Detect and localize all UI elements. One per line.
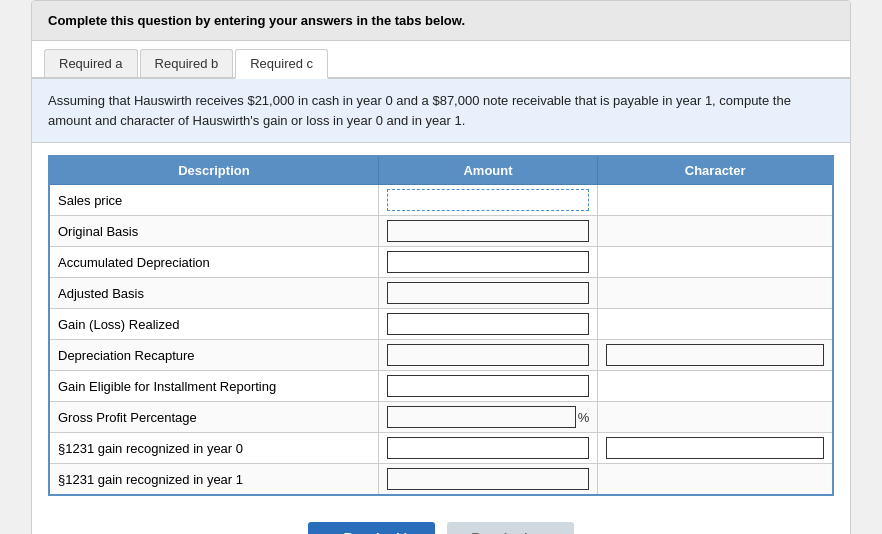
amount-input-6[interactable] [387,375,590,397]
table-row: Accumulated Depreciation [49,247,833,278]
row-amount [378,185,598,216]
amount-input-0[interactable] [387,189,590,211]
row-description: Sales price [49,185,378,216]
header-character: Character [598,156,833,185]
next-button-label: Required c > [471,530,549,534]
header-amount: Amount [378,156,598,185]
row-amount [378,340,598,371]
row-char [598,402,833,433]
table-row: Sales price [49,185,833,216]
data-table: Description Amount Character Sales price… [48,155,834,496]
table-row: Original Basis [49,216,833,247]
table-row: Gross Profit Percentage % [49,402,833,433]
char-input-8[interactable] [606,437,824,459]
table-row: Gain Eligible for Installment Reporting [49,371,833,402]
prev-button[interactable]: < Required b [308,522,435,534]
row-description: Accumulated Depreciation [49,247,378,278]
char-input-5[interactable] [606,344,824,366]
row-char [598,464,833,496]
row-amount [378,464,598,496]
row-amount: % [378,402,598,433]
amount-input-1[interactable] [387,220,590,242]
instruction-text: Complete this question by entering your … [48,13,465,28]
tabs-bar: Required a Required b Required c [32,41,850,79]
row-description: Gain Eligible for Installment Reporting [49,371,378,402]
row-amount [378,371,598,402]
prev-button-label: < Required b [332,530,411,534]
row-char [598,185,833,216]
row-amount [378,433,598,464]
row-amount [378,247,598,278]
row-char [598,371,833,402]
amount-input-9[interactable] [387,468,590,490]
row-char [598,433,833,464]
tab-required-c[interactable]: Required c [235,49,328,79]
row-description: Adjusted Basis [49,278,378,309]
description-text: Assuming that Hauswirth receives $21,000… [48,93,791,128]
tab-required-a[interactable]: Required a [44,49,138,77]
row-char [598,278,833,309]
pct-symbol: % [578,410,590,425]
amount-input-8[interactable] [387,437,590,459]
row-amount [378,216,598,247]
row-char [598,309,833,340]
row-char [598,216,833,247]
table-row: §1231 gain recognized in year 1 [49,464,833,496]
tab-required-b[interactable]: Required b [140,49,234,77]
table-row: §1231 gain recognized in year 0 [49,433,833,464]
table-header-row: Description Amount Character [49,156,833,185]
row-char [598,340,833,371]
table-body: Sales price Original Basis Accumul [49,185,833,496]
header-description: Description [49,156,378,185]
next-button[interactable]: Required c > [447,522,573,534]
amount-input-3[interactable] [387,282,590,304]
buttons-row: < Required b Required c > [32,508,850,534]
row-description: Gain (Loss) Realized [49,309,378,340]
pct-wrapper: % [387,406,590,428]
table-row: Gain (Loss) Realized [49,309,833,340]
row-description: Depreciation Recapture [49,340,378,371]
row-description: Gross Profit Percentage [49,402,378,433]
description-box: Assuming that Hauswirth receives $21,000… [32,79,850,143]
amount-input-4[interactable] [387,313,590,335]
table-row: Adjusted Basis [49,278,833,309]
row-description: §1231 gain recognized in year 1 [49,464,378,496]
row-description: §1231 gain recognized in year 0 [49,433,378,464]
row-amount [378,309,598,340]
amount-input-7[interactable] [387,406,576,428]
instruction-bar: Complete this question by entering your … [32,1,850,41]
table-section: Description Amount Character Sales price… [32,143,850,508]
amount-input-5[interactable] [387,344,590,366]
table-row: Depreciation Recapture [49,340,833,371]
row-char [598,247,833,278]
amount-input-2[interactable] [387,251,590,273]
row-description: Original Basis [49,216,378,247]
row-amount [378,278,598,309]
